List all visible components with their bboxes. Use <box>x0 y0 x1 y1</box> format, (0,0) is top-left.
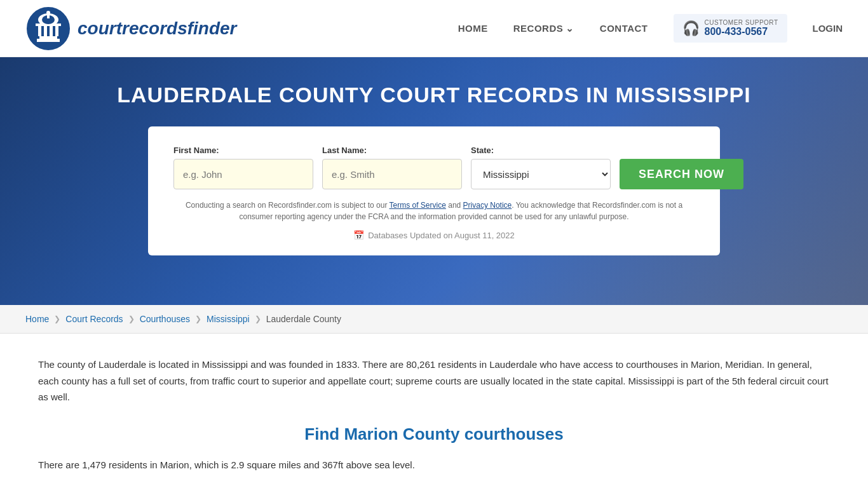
tos-link[interactable]: Terms of Service <box>390 201 446 210</box>
support-block: 🎧 CUSTOMER SUPPORT 800-433-0567 <box>674 14 787 43</box>
svg-rect-3 <box>38 25 41 36</box>
privacy-link[interactable]: Privacy Notice <box>463 201 512 210</box>
state-group: State: Mississippi Alabama Alaska <box>471 146 611 189</box>
disclaimer-text: Conducting a search on Recordsfinder.com… <box>173 200 695 222</box>
last-name-label: Last Name: <box>322 146 462 155</box>
main-nav: HOME RECORDS ⌄ CONTACT 🎧 CUSTOMER SUPPOR… <box>458 14 843 43</box>
site-header: courtrecordsfinder HOME RECORDS ⌄ CONTAC… <box>0 0 868 57</box>
search-fields: First Name: Last Name: State: Mississipp… <box>173 146 695 189</box>
page-title: LAUDERDALE COUNTY COURT RECORDS IN MISSI… <box>13 83 855 107</box>
svg-point-11 <box>46 11 50 15</box>
breadcrumb-sep-2: ❯ <box>128 315 135 323</box>
state-select[interactable]: Mississippi Alabama Alaska <box>471 159 611 189</box>
last-name-input[interactable] <box>322 159 462 189</box>
svg-rect-6 <box>55 25 58 36</box>
svg-rect-4 <box>44 25 47 36</box>
state-label: State: <box>471 146 611 155</box>
nav-contact[interactable]: CONTACT <box>600 23 648 34</box>
search-card: First Name: Last Name: State: Mississipp… <box>148 126 720 255</box>
last-name-group: Last Name: <box>322 146 462 189</box>
hero-section: LAUDERDALE COUNTY COURT RECORDS IN MISSI… <box>0 57 868 305</box>
logo-link[interactable]: courtrecordsfinder <box>25 6 237 51</box>
support-label: CUSTOMER SUPPORT <box>705 19 778 26</box>
logo-icon <box>25 6 71 51</box>
support-number: 800-433-0567 <box>705 26 778 37</box>
breadcrumb-court-records[interactable]: Court Records <box>65 314 123 324</box>
db-updated-text: Databases Updated on August 11, 2022 <box>368 231 515 240</box>
sub-paragraph: There are 1,479 residents in Marion, whi… <box>38 457 830 473</box>
calendar-icon: 📅 <box>353 230 364 240</box>
breadcrumb-home[interactable]: Home <box>25 314 49 324</box>
first-name-label: First Name: <box>173 146 313 155</box>
svg-rect-5 <box>50 25 53 36</box>
chevron-down-icon: ⌄ <box>566 23 574 34</box>
main-content: The county of Lauderdale is located in M… <box>0 334 868 488</box>
breadcrumb-sep-4: ❯ <box>255 315 261 323</box>
first-name-input[interactable] <box>173 159 313 189</box>
breadcrumb-sep-3: ❯ <box>195 315 201 323</box>
section-title: Find Marion County courthouses <box>38 424 830 444</box>
nav-home[interactable]: HOME <box>458 23 488 34</box>
nav-records[interactable]: RECORDS ⌄ <box>513 23 574 34</box>
svg-rect-2 <box>39 36 57 39</box>
headset-icon: 🎧 <box>682 20 700 37</box>
search-button[interactable]: SEARCH NOW <box>620 159 743 189</box>
nav-login[interactable]: LOGIN <box>813 23 843 34</box>
breadcrumb-sep-1: ❯ <box>54 315 60 323</box>
intro-paragraph: The county of Lauderdale is located in M… <box>38 356 830 405</box>
breadcrumb-mississippi[interactable]: Mississippi <box>207 314 250 324</box>
breadcrumb: Home ❯ Court Records ❯ Courthouses ❯ Mis… <box>0 305 868 334</box>
breadcrumb-courthouses[interactable]: Courthouses <box>140 314 190 324</box>
logo-text: courtrecordsfinder <box>78 18 237 39</box>
db-updated: 📅 Databases Updated on August 11, 2022 <box>173 230 695 240</box>
breadcrumb-current: Lauderdale County <box>266 314 341 324</box>
first-name-group: First Name: <box>173 146 313 189</box>
